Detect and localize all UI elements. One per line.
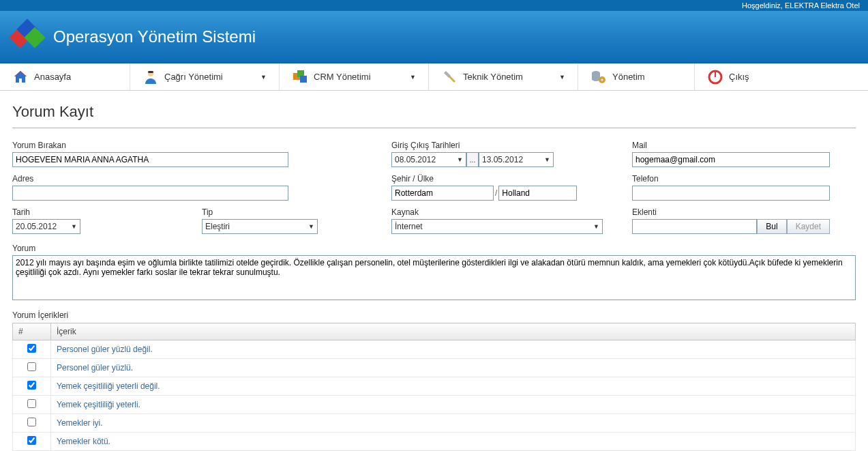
chevron-down-icon: ▼ — [71, 223, 77, 230]
country-input[interactable] — [498, 186, 577, 201]
col-header-content[interactable]: İçerik — [51, 323, 856, 340]
checkout-date-picker[interactable]: 13.05.2012 ▼ — [479, 152, 554, 167]
menu-tech-label: Teknik Yönetim — [463, 72, 523, 82]
menu-admin[interactable]: Yönetim — [578, 63, 694, 90]
label-dates: Giriş Çıkış Tarihleri — [391, 141, 620, 150]
row-checkbox[interactable] — [27, 344, 36, 353]
record-date-value: 20.05.2012 — [16, 222, 57, 231]
menu-call-management[interactable]: Çağrı Yönetimi ▼ — [130, 63, 279, 90]
label-attachment: Eklenti — [632, 207, 830, 217]
row-content-text: Personel güler yüzlü. — [51, 359, 856, 377]
row-content-text: Yemek çeşitliliği yeterli. — [51, 396, 856, 414]
app-header: Operasyon Yönetim Sistemi — [0, 11, 868, 63]
label-commenter: Yorum Bırakan — [12, 141, 379, 150]
commenter-input[interactable] — [12, 152, 288, 167]
row-checkbox[interactable] — [27, 381, 36, 390]
welcome-bar: Hoşgeldiniz, ELEKTRA Elektra Otel — [0, 0, 868, 11]
table-row: Yemek çeşitliliği yeterli değil. — [13, 377, 856, 396]
chevron-down-icon: ▼ — [404, 74, 416, 81]
page-title: Yorum Kayıt — [12, 99, 856, 128]
label-address: Adres — [12, 174, 379, 184]
phone-input[interactable] — [632, 186, 830, 201]
call-icon — [143, 69, 159, 85]
svg-rect-1 — [148, 71, 153, 73]
main-menubar: Anasayfa Çağrı Yönetimi ▼ CRM Yönetimi ▼… — [0, 63, 868, 91]
address-input[interactable] — [12, 186, 288, 201]
label-type: Tip — [202, 207, 379, 217]
table-row: Personel güler yüzlü değil. — [13, 340, 856, 359]
page-content: Yorum Kayıt Yorum Bırakan Giriş Çıkış Ta… — [0, 91, 868, 451]
row-content-text: Yemek çeşitliliği yeterli değil. — [51, 377, 856, 396]
comment-textarea[interactable] — [12, 255, 856, 300]
label-comment-contents: Yorum İçerikleri — [12, 310, 856, 320]
row-checkbox[interactable] — [27, 436, 36, 445]
home-icon — [12, 69, 29, 85]
crm-icon — [292, 69, 308, 85]
save-button[interactable]: Kaydet — [787, 219, 830, 234]
app-logo-icon — [11, 20, 44, 53]
city-input[interactable] — [391, 186, 494, 201]
chevron-down-icon: ▼ — [593, 223, 599, 230]
chevron-down-icon: ▼ — [554, 74, 565, 81]
row-checkbox[interactable] — [27, 362, 36, 371]
welcome-text: Hoşgeldiniz, ELEKTRA Elektra Otel — [742, 1, 860, 10]
menu-admin-label: Yönetim — [612, 72, 645, 82]
menu-call-label: Çağrı Yönetimi — [164, 72, 223, 82]
label-source: Kaynak — [391, 207, 620, 217]
menu-home[interactable]: Anasayfa — [0, 63, 130, 90]
app-title: Operasyon Yönetim Sistemi — [53, 27, 256, 46]
find-button[interactable]: Bul — [757, 219, 786, 234]
checkin-date-picker[interactable]: 08.05.2012 ▼ — [391, 152, 466, 167]
tech-icon — [441, 69, 458, 85]
admin-icon — [590, 69, 607, 85]
col-header-hash[interactable]: # — [13, 323, 51, 340]
source-value: İnternet — [395, 222, 423, 231]
label-comment: Yorum — [12, 244, 856, 253]
table-row: Personel güler yüzlü. — [13, 359, 856, 377]
chevron-down-icon: ▼ — [544, 156, 550, 163]
menu-exit-label: Çıkış — [729, 72, 749, 82]
label-phone: Telefon — [632, 174, 830, 184]
chevron-down-icon: ▼ — [457, 156, 463, 163]
row-content-text: Yemekler iyi. — [51, 414, 856, 433]
chevron-down-icon: ▼ — [308, 223, 314, 230]
comment-contents-table: # İçerik Personel güler yüzlü değil.Pers… — [12, 323, 856, 451]
row-checkbox[interactable] — [27, 418, 36, 426]
checkout-date-value: 13.05.2012 — [482, 155, 523, 164]
source-combobox[interactable]: İnternet ▼ — [391, 219, 603, 234]
svg-point-9 — [601, 78, 603, 81]
type-combobox[interactable]: Eleştiri ▼ — [202, 219, 318, 234]
row-content-text: Personel güler yüzlü değil. — [51, 340, 856, 359]
row-content-text: Yemekler kötü. — [51, 433, 856, 451]
label-date: Tarih — [12, 207, 190, 217]
exit-icon — [707, 69, 723, 85]
chevron-down-icon: ▼ — [255, 74, 267, 81]
svg-rect-4 — [300, 76, 307, 83]
table-row: Yemek çeşitliliği yeterli. — [13, 396, 856, 414]
attachment-input[interactable] — [632, 219, 757, 234]
svg-rect-11 — [715, 70, 716, 77]
label-city-country: Şehir / Ülke — [391, 174, 620, 184]
label-mail: Mail — [632, 141, 830, 150]
form-grid: Yorum Bırakan Giriş Çıkış Tarihleri 08.0… — [12, 141, 856, 234]
menu-exit[interactable]: Çıkış — [695, 63, 762, 90]
mail-input[interactable] — [632, 152, 830, 167]
menu-crm-management[interactable]: CRM Yönetimi ▼ — [280, 63, 428, 90]
type-value: Eleştiri — [205, 222, 230, 231]
menu-home-label: Anasayfa — [34, 72, 71, 82]
table-row: Yemekler kötü. — [13, 433, 856, 451]
table-row: Yemekler iyi. — [13, 414, 856, 433]
checkin-date-value: 08.05.2012 — [395, 155, 436, 164]
menu-crm-label: CRM Yönetimi — [314, 72, 371, 82]
city-country-separator: / — [494, 186, 498, 201]
date-range-button[interactable]: ... — [466, 152, 479, 167]
menu-tech-management[interactable]: Teknik Yönetim ▼ — [429, 63, 578, 90]
record-date-picker[interactable]: 20.05.2012 ▼ — [12, 219, 80, 234]
row-checkbox[interactable] — [27, 399, 36, 408]
